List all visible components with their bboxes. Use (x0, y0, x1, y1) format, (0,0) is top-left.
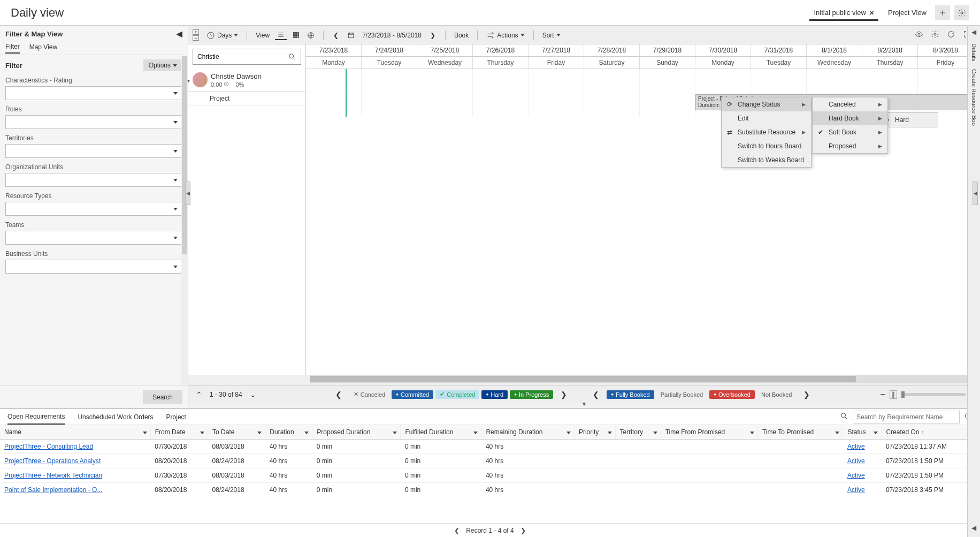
requirements-tab[interactable]: Unscheduled Work Orders (78, 410, 153, 424)
context-menu-item[interactable]: ⇄Substitute Resource▶ (722, 125, 811, 139)
legend-pill[interactable]: ✕Canceled (349, 390, 389, 399)
resource-page-down-icon[interactable]: ⌄ (248, 390, 258, 399)
timeline-cell[interactable] (640, 69, 695, 93)
chevron-down-icon[interactable] (200, 432, 204, 434)
resource-expand-icon[interactable]: ▾ (187, 78, 190, 84)
view-tab[interactable]: Initial public view✕ (809, 6, 878, 19)
timeline-cell[interactable] (362, 93, 417, 117)
board-bottom-expand-icon[interactable]: ▼ (188, 403, 980, 408)
grid-column-header[interactable]: To Date (208, 425, 265, 440)
context-submenu[interactable]: Canceled▶Hard Book▶✔Soft Book▶Proposed▶ (812, 97, 888, 154)
legend-pill[interactable]: ●Fully Booked (607, 390, 654, 399)
date-header-cell[interactable]: 7/31/2018 (751, 44, 807, 56)
zoom-out-icon[interactable]: − (880, 390, 885, 399)
calendar-icon[interactable] (345, 31, 357, 40)
chevron-down-icon[interactable] (835, 432, 839, 434)
chevron-down-icon[interactable] (653, 432, 657, 434)
grid-column-header[interactable]: Territory (615, 425, 661, 440)
filter-dropdown[interactable] (5, 144, 182, 158)
grid-column-header[interactable]: Time From Promised (661, 425, 757, 440)
context-submenu-item[interactable]: Canceled▶ (813, 97, 887, 111)
resource-row[interactable]: ▾ Christie Dawson 0:00 0% (188, 69, 305, 92)
timeline-cell[interactable] (862, 69, 918, 93)
rail-collapse-icon[interactable]: ◀ (971, 524, 976, 532)
sidebar-scrollbar[interactable] (181, 56, 188, 387)
date-header-cell[interactable]: 7/23/2018 (306, 44, 362, 56)
legend-pill[interactable]: ●Overbooked (709, 390, 755, 399)
grid-link[interactable]: ProjectThree - Network Technician (4, 472, 102, 479)
legend2-prev-icon[interactable]: ❮ (591, 390, 601, 399)
pager-next-icon[interactable]: ❯ (520, 527, 526, 534)
resource-col-collapse-handle[interactable]: ◀ (185, 181, 190, 205)
requirements-tab[interactable]: Project (166, 410, 186, 424)
chevron-down-icon[interactable] (393, 432, 397, 434)
timeline-cell[interactable] (473, 93, 529, 117)
filter-dropdown[interactable] (5, 202, 182, 216)
filter-dropdown[interactable] (5, 115, 182, 129)
legend-next-icon[interactable]: ❯ (558, 390, 569, 399)
grid-column-header[interactable]: Proposed Duration (312, 425, 401, 440)
grid-link[interactable]: Active (847, 457, 865, 465)
requirements-tab[interactable]: Open Requirements (7, 410, 65, 425)
context-menu-item[interactable]: ⟳Change Status▶ (722, 97, 811, 111)
chevron-down-icon[interactable] (143, 432, 147, 434)
grid-column-header[interactable]: Created On↑ (882, 425, 980, 440)
date-header-cell[interactable]: 7/24/2018 (362, 44, 417, 56)
timeline-resource-row[interactable] (306, 69, 980, 93)
date-header-cell[interactable]: 7/27/2018 (529, 44, 584, 56)
search-icon[interactable] (288, 52, 296, 61)
grid-column-header[interactable]: From Date (150, 425, 208, 440)
sidebar-collapse-icon[interactable]: ◀ (177, 29, 182, 38)
grid-search-icon[interactable] (840, 412, 848, 422)
grid-view-icon[interactable] (290, 32, 302, 38)
chevron-down-icon[interactable] (257, 432, 262, 434)
close-icon[interactable]: ✕ (869, 10, 874, 16)
zoom-pause-icon[interactable]: ∥ (890, 390, 897, 399)
chevron-down-icon[interactable] (608, 432, 612, 434)
date-header-cell[interactable]: 7/29/2018 (640, 44, 695, 56)
grid-column-header[interactable]: Time To Promised (758, 425, 843, 440)
actions-menu[interactable]: Actions (484, 31, 526, 40)
filter-dropdown[interactable] (5, 260, 182, 274)
pager-prev-icon[interactable]: ❮ (454, 527, 460, 534)
timeline-cell[interactable] (584, 69, 640, 93)
zoom-slider[interactable] (901, 393, 966, 396)
timeline-cell[interactable] (417, 69, 473, 93)
grid-column-header[interactable]: Status (843, 425, 882, 440)
grid-link[interactable]: Point of Sale Implementation - O... (4, 486, 102, 494)
table-row[interactable]: ProjectThree - Consulting Lead07/30/2018… (0, 440, 980, 454)
grid-link[interactable]: Active (847, 472, 865, 479)
date-header-cell[interactable]: 7/28/2018 (584, 44, 640, 56)
filter-search-button[interactable]: Search (143, 390, 182, 404)
resource-search-box[interactable] (193, 49, 301, 65)
timeline-cell[interactable] (529, 69, 584, 93)
legend2-next-icon[interactable]: ❯ (801, 390, 812, 399)
list-view-icon[interactable] (275, 31, 287, 40)
grid-column-header[interactable]: Priority (574, 425, 615, 440)
grid-column-header[interactable]: Duration (265, 425, 312, 440)
grid-column-header[interactable]: Name (0, 425, 150, 440)
sort-menu[interactable]: Sort (540, 32, 563, 39)
legend-pill[interactable]: Partially Booked (656, 390, 708, 399)
prev-range-icon[interactable]: ❮ (330, 32, 342, 39)
date-header-cell[interactable]: 7/26/2018 (473, 44, 529, 56)
expand-all-icon[interactable]: + (193, 29, 199, 35)
timeline-cell[interactable] (640, 93, 695, 117)
hard-leaf-chip[interactable]: Hard (879, 112, 938, 127)
legend-pill[interactable]: ●Hard (481, 390, 508, 399)
requirements-grid[interactable]: NameFrom DateTo DateDurationProposed Dur… (0, 425, 980, 523)
date-header-cell[interactable]: 8/1/2018 (807, 44, 862, 56)
timeline-cell[interactable] (362, 69, 417, 93)
settings-button[interactable] (954, 5, 969, 20)
legend-pill[interactable]: ●In Progress (510, 390, 553, 399)
context-submenu-item[interactable]: Proposed▶ (813, 139, 887, 153)
create-booking-tab[interactable]: Create Resource Boo (971, 69, 977, 126)
timeline-right-collapse-handle[interactable]: ◀ (973, 181, 978, 205)
grid-link[interactable]: ProjectThree - Operations Analyst (4, 457, 101, 465)
timeline-cell[interactable] (918, 69, 974, 93)
chevron-down-icon[interactable] (566, 432, 571, 434)
resource-page-up-icon[interactable]: ⌃ (194, 390, 204, 399)
chevron-down-icon[interactable] (750, 432, 754, 434)
view-tab[interactable]: Project View (884, 6, 931, 19)
chevron-down-icon[interactable] (874, 432, 878, 434)
